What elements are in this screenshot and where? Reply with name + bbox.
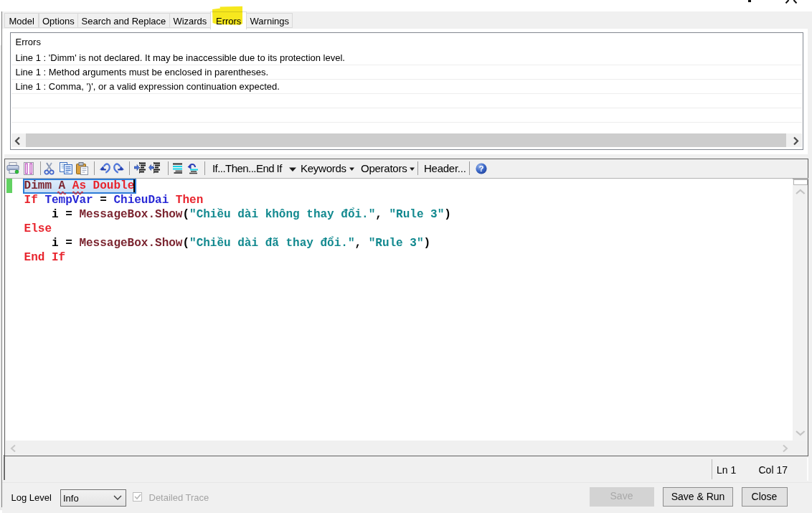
svg-text:?: ? xyxy=(478,164,483,173)
